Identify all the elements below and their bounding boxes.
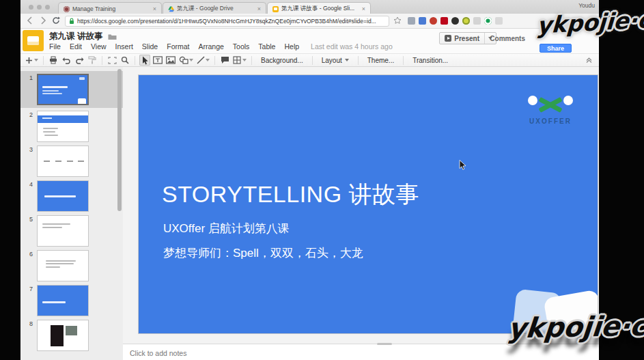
transition-button[interactable]: Transition... <box>408 55 453 66</box>
menu-format[interactable]: Format <box>167 42 189 51</box>
last-edit-status[interactable]: Last edit was 4 hours ago <box>311 42 393 51</box>
slide-thumbnail-6[interactable]: 6 <box>20 250 123 281</box>
browser-window: Manage Training × 第九课 - Google Drive × 第… <box>20 0 599 360</box>
extension-icon[interactable] <box>430 17 437 25</box>
layout-button[interactable]: Layout <box>317 55 354 66</box>
layout-label: Layout <box>322 57 342 64</box>
new-slide-button[interactable] <box>25 55 39 66</box>
close-window-button[interactable] <box>29 5 33 10</box>
slide-thumbnail-5[interactable]: 5 <box>20 215 123 247</box>
address-bar[interactable]: https://docs.google.com/presentation/d/1… <box>65 16 389 27</box>
slide-thumbnail-3[interactable]: 3 <box>20 146 123 177</box>
insert-line-tool[interactable] <box>196 55 210 66</box>
speaker-notes-bar[interactable]: Click to add notes <box>123 344 599 360</box>
menu-tools[interactable]: Tools <box>233 42 250 51</box>
extension-icon[interactable] <box>408 17 415 25</box>
slides-app-header: 第九课 讲故事 File Edit View Insert Slide Form… <box>20 29 599 53</box>
tab-slides-active[interactable]: 第九课 讲故事 - Google Sli... × <box>267 2 371 14</box>
edit-toolbar: Background... Layout Theme... Transition… <box>20 53 599 67</box>
insert-comment-tool[interactable] <box>219 55 230 66</box>
google-slides-favicon <box>272 6 279 12</box>
undo-icon[interactable] <box>61 55 72 66</box>
thumb-preview[interactable] <box>37 215 89 247</box>
extension-icon[interactable] <box>473 17 481 25</box>
paint-format-icon[interactable] <box>87 55 98 66</box>
slide-thumbnail-7[interactable]: 7 <box>20 285 123 316</box>
text-box-tool[interactable] <box>152 55 163 66</box>
extension-icon[interactable] <box>419 17 426 25</box>
tab-close-icon[interactable]: × <box>152 5 157 12</box>
pinterest-extension-icon[interactable] <box>440 17 448 25</box>
document-title[interactable]: 第九课 讲故事 <box>49 31 102 42</box>
reload-icon[interactable] <box>52 16 61 25</box>
forward-icon[interactable] <box>39 16 48 25</box>
menu-arrange[interactable]: Arrange <box>198 42 223 51</box>
collapse-toolbar-icon[interactable] <box>586 57 592 63</box>
filmstrip-scrollbar[interactable] <box>117 69 122 211</box>
menu-insert[interactable]: Insert <box>115 42 133 51</box>
slide-thumbnail-4[interactable]: 4 <box>20 180 123 212</box>
slide-thumbnail-1[interactable]: 1 <box>20 71 123 108</box>
grammarly-extension-icon[interactable] <box>484 17 492 25</box>
thumb-preview[interactable] <box>37 285 89 316</box>
insert-shape-tool[interactable] <box>178 55 194 66</box>
slide-number: 3 <box>20 146 37 153</box>
thumb-preview[interactable] <box>37 146 89 177</box>
watermark-bottom: ykpojie·com <box>507 309 644 344</box>
zoom-icon[interactable] <box>120 55 130 66</box>
background-button[interactable]: Background... <box>256 55 308 66</box>
notes-placeholder[interactable]: Click to add notes <box>130 349 186 357</box>
window-controls[interactable] <box>29 5 50 10</box>
menu-file[interactable]: File <box>49 42 61 51</box>
share-button[interactable]: Share <box>540 44 572 53</box>
slide-filmstrip[interactable]: 1 2 3 <box>20 67 123 360</box>
https-lock-icon <box>69 18 74 25</box>
slide-canvas[interactable]: UXOFFER STORYTELLING 讲故事 UXOffer 启航计划第八课… <box>123 67 599 344</box>
menu-table[interactable]: Table <box>258 42 275 51</box>
menu-view[interactable]: View <box>91 42 107 51</box>
slide-subtitle-text[interactable]: UXOffer 启航计划第八课 <box>163 221 290 236</box>
extension-icon[interactable] <box>495 17 503 25</box>
tab-close-icon[interactable]: × <box>257 5 262 12</box>
menu-slide[interactable]: Slide <box>142 42 158 51</box>
back-icon[interactable] <box>26 16 35 25</box>
comments-button[interactable]: Comments <box>490 35 525 42</box>
thumb-preview[interactable] <box>37 320 89 351</box>
grid-layout-tool[interactable] <box>232 55 247 66</box>
present-label: Present <box>454 35 479 42</box>
tab-close-icon[interactable]: × <box>361 5 366 12</box>
move-to-folder-icon[interactable] <box>108 33 117 40</box>
thumb-preview[interactable] <box>37 74 89 105</box>
slide-thumbnail-8[interactable]: 8 <box>20 320 123 351</box>
select-tool[interactable] <box>139 55 150 66</box>
redo-icon[interactable] <box>74 55 85 66</box>
tab-google-drive[interactable]: 第九课 - Google Drive × <box>163 2 266 14</box>
zoom-window-button[interactable] <box>45 5 50 10</box>
thumb-preview[interactable] <box>37 180 89 212</box>
zoom-fit-icon[interactable] <box>107 55 117 66</box>
minimize-window-button[interactable] <box>37 5 42 10</box>
notes-resize-handle[interactable] <box>377 343 392 345</box>
uxoffer-logo-text: UXOFFER <box>527 117 574 125</box>
theme-button[interactable]: Theme... <box>363 55 399 66</box>
slide-mentors-text[interactable]: 梦想导师们：Spell，双双，石头，大龙 <box>163 245 363 261</box>
thumb-preview[interactable] <box>37 250 89 281</box>
extension-icon[interactable] <box>462 17 470 25</box>
print-icon[interactable] <box>48 55 59 66</box>
insert-image-tool[interactable] <box>165 55 176 66</box>
present-button[interactable]: Present <box>439 32 496 44</box>
slide-thumbnail-2[interactable]: 2 <box>20 111 123 142</box>
chrome-profile-name[interactable]: Youdu <box>578 2 595 9</box>
uxoffer-logo: UXOFFER <box>527 96 574 127</box>
tab-manage-training[interactable]: Manage Training × <box>58 2 162 14</box>
menu-edit[interactable]: Edit <box>70 42 82 51</box>
slide-title-text[interactable]: STORYTELLING 讲故事 <box>162 179 419 210</box>
extension-icon[interactable] <box>451 17 459 25</box>
bookmark-star-icon[interactable] <box>393 16 402 25</box>
google-slides-logo[interactable] <box>23 30 44 51</box>
menu-help[interactable]: Help <box>284 42 299 51</box>
browser-toolbar: https://docs.google.com/presentation/d/1… <box>20 14 599 29</box>
current-slide[interactable]: UXOFFER STORYTELLING 讲故事 UXOffer 启航计划第八课… <box>139 75 598 333</box>
mouse-cursor <box>459 160 466 171</box>
thumb-preview[interactable] <box>37 111 89 142</box>
